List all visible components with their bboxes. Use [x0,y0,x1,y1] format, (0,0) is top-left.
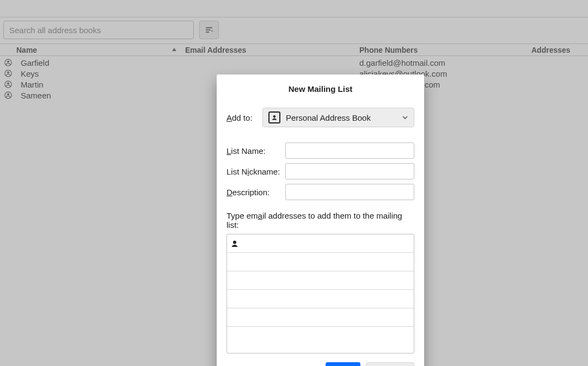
dialog-title: New Mailing List [226,84,414,94]
description-label: Description: [226,188,285,197]
person-icon [230,239,239,248]
list-nickname-label: List Nickname: [226,167,285,176]
email-entry-row[interactable] [227,271,414,290]
add-to-value: Personal Address Book [286,113,371,122]
description-row: Description: [226,184,414,200]
list-name-row: List Name: [226,142,414,159]
cancel-button[interactable]: Cancel [366,362,414,366]
email-entry-row[interactable] [227,327,414,353]
list-nickname-input[interactable] [285,163,414,179]
description-input[interactable] [285,184,414,200]
chevron-down-icon [402,113,408,122]
email-entry-row[interactable] [227,290,414,308]
list-nickname-row: List Nickname: [226,163,414,179]
email-entry-row[interactable] [227,253,414,271]
email-entry-row[interactable] [227,308,414,327]
email-entry-row[interactable] [227,234,414,253]
address-book-icon [268,111,280,123]
add-to-select[interactable]: Personal Address Book [262,108,414,127]
dialog-buttons: OK Cancel [226,362,414,366]
add-to-label: Add to: [226,113,262,122]
email-address-list [226,234,414,353]
new-mailing-list-dialog: New Mailing List Add to: Personal Addres… [217,75,424,366]
email-instructions: Type email addresses to add them to the … [226,211,414,229]
ok-button[interactable]: OK [326,362,361,366]
list-name-input[interactable] [285,142,414,159]
svg-point-13 [273,115,276,118]
svg-point-14 [233,240,236,244]
list-name-label: List Name: [226,146,285,156]
add-to-row: Add to: Personal Address Book [226,108,414,127]
